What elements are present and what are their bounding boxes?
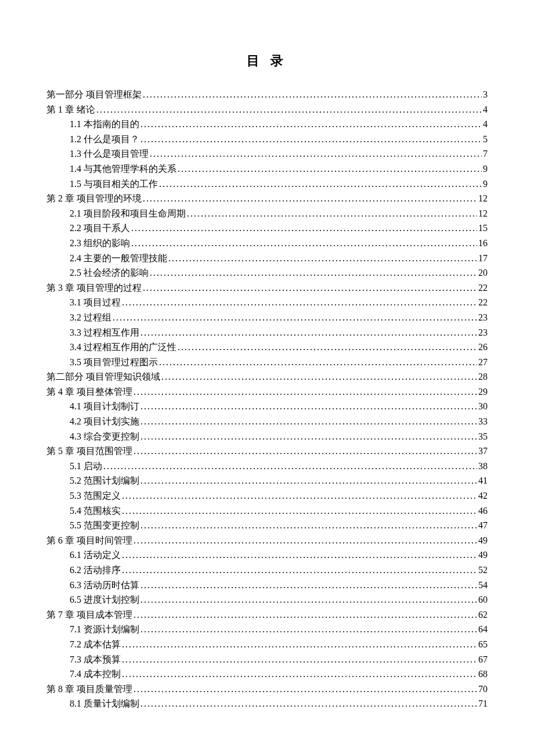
toc-leader-dots	[140, 578, 477, 593]
toc-leader-dots	[140, 429, 477, 444]
toc-entry: 第二部分 项目管理知识领域28	[46, 369, 488, 384]
toc-entry-label: 5.3 范围定义	[70, 488, 121, 503]
toc-entry-page: 49	[478, 548, 488, 563]
toc-entry-label: 5.4 范围核实	[70, 503, 121, 519]
toc-entry-label: 2.3 组织的影响	[70, 236, 130, 251]
toc-leader-dots	[178, 161, 482, 177]
toc-entry-label: 第二部分 项目管理知识领域	[46, 369, 160, 384]
toc-entry-page: 20	[478, 265, 488, 280]
toc-leader-dots	[168, 251, 477, 266]
toc-leader-dots	[161, 369, 477, 384]
toc-entry-page: 49	[478, 533, 488, 548]
toc-entry: 2.3 组织的影响16	[46, 236, 488, 251]
toc-leader-dots	[122, 295, 477, 310]
toc-entry-page: 67	[478, 652, 488, 667]
toc-entry: 第 3 章 项目管理的过程22	[46, 280, 488, 296]
toc-entry-page: 46	[478, 503, 488, 519]
toc-entry-page: 62	[478, 607, 488, 622]
toc-entry-page: 4	[483, 102, 488, 117]
toc-entry-page: 68	[478, 667, 488, 682]
toc-entry: 5.3 范围定义42	[46, 488, 488, 503]
toc-entry: 5.4 范围核实46	[46, 503, 488, 519]
toc-entry: 5.1 启动38	[46, 459, 488, 474]
toc-entry: 3.1 项目过程22	[46, 295, 488, 310]
toc-leader-dots	[140, 325, 477, 340]
toc-leader-dots	[159, 177, 482, 192]
toc-entry-page: 65	[478, 637, 488, 652]
toc-leader-dots	[122, 637, 477, 652]
toc-entry-label: 第 1 章 绪论	[46, 102, 95, 117]
toc-leader-dots	[140, 117, 482, 132]
toc-entry-label: 第一部分 项目管理框架	[46, 87, 142, 102]
toc-leader-dots	[131, 221, 477, 236]
toc-entry-label: 4.3 综合变更控制	[70, 429, 139, 444]
toc-leader-dots	[140, 622, 477, 637]
toc-entry-label: 1.1 本指南的目的	[70, 117, 139, 132]
toc-entry: 8.1 质量计划编制71	[46, 696, 488, 711]
toc-entry-label: 2.1 项目阶段和项目生命周期	[70, 206, 186, 221]
toc-leader-dots	[134, 607, 477, 622]
toc-entry-label: 7.1 资源计划编制	[70, 622, 139, 637]
toc-entry: 4.2 项目计划实施33	[46, 414, 488, 429]
toc-entry: 7.2 成本估算65	[46, 637, 488, 652]
toc-entry-label: 5.2 范围计划编制	[70, 473, 139, 488]
toc-entry: 3.4 过程相互作用的广泛性26	[46, 340, 488, 355]
toc-list: 第一部分 项目管理框架3第 1 章 绪论41.1 本指南的目的41.2 什么是项…	[46, 87, 488, 711]
toc-leader-dots	[140, 473, 477, 488]
toc-entry-label: 2.4 主要的一般管理技能	[70, 251, 167, 266]
toc-entry-label: 3.5 项目管理过程图示	[70, 355, 158, 370]
toc-leader-dots	[122, 652, 477, 667]
toc-entry-page: 22	[478, 295, 488, 310]
toc-entry-page: 3	[483, 87, 488, 102]
toc-entry-label: 1.3 什么是项目管理	[70, 146, 149, 161]
toc-leader-dots	[103, 459, 477, 474]
toc-entry-label: 第 4 章 项目整体管理	[46, 384, 132, 399]
toc-entry: 5.2 范围计划编制41	[46, 473, 488, 488]
toc-entry-label: 5.5 范围变更控制	[70, 518, 139, 533]
toc-entry: 3.5 项目管理过程图示27	[46, 355, 488, 370]
toc-leader-dots	[122, 503, 477, 519]
toc-entry-page: 28	[478, 369, 488, 384]
toc-leader-dots	[122, 563, 477, 578]
toc-entry: 1.5 与项目相关的工作9	[46, 177, 488, 192]
toc-entry-label: 第 3 章 项目管理的过程	[46, 280, 142, 296]
toc-entry: 2.5 社会经济的影响20	[46, 265, 488, 280]
toc-entry-page: 38	[478, 459, 488, 474]
toc-entry-page: 33	[478, 414, 488, 429]
toc-entry-page: 27	[478, 355, 488, 370]
toc-entry-page: 23	[478, 325, 488, 340]
toc-entry: 6.5 进度计划控制60	[46, 592, 488, 607]
toc-leader-dots	[122, 667, 477, 682]
toc-leader-dots	[96, 102, 482, 117]
toc-entry: 4.3 综合变更控制35	[46, 429, 488, 444]
toc-entry-page: 42	[478, 488, 488, 503]
toc-entry: 第 6 章 项目时间管理49	[46, 533, 488, 548]
toc-entry-label: 第 2 章 项目管理的环境	[46, 191, 142, 206]
toc-title: 目 录	[46, 52, 488, 70]
toc-entry: 7.1 资源计划编制64	[46, 622, 488, 637]
toc-leader-dots	[134, 444, 477, 459]
toc-entry-page: 47	[478, 518, 488, 533]
toc-entry-label: 7.4 成本控制	[70, 667, 121, 682]
toc-entry-page: 12	[478, 206, 488, 221]
toc-entry-label: 7.3 成本预算	[70, 652, 121, 667]
toc-entry: 1.2 什么是项目？5	[46, 132, 488, 147]
toc-entry-page: 16	[478, 236, 488, 251]
toc-leader-dots	[159, 355, 477, 370]
toc-entry-page: 15	[478, 221, 488, 236]
toc-leader-dots	[143, 87, 482, 102]
toc-entry-label: 1.4 与其他管理学科的关系	[70, 161, 176, 177]
toc-leader-dots	[150, 146, 482, 161]
toc-entry-page: 37	[478, 444, 488, 459]
toc-leader-dots	[140, 592, 477, 607]
toc-entry-page: 23	[478, 310, 488, 325]
toc-entry-label: 6.1 活动定义	[70, 548, 121, 563]
toc-entry-label: 3.4 过程相互作用的广泛性	[70, 340, 176, 355]
toc-leader-dots	[113, 310, 477, 325]
toc-entry: 第 8 章 项目质量管理70	[46, 682, 488, 697]
toc-entry-page: 52	[478, 563, 488, 578]
toc-entry-page: 12	[478, 191, 488, 206]
toc-entry: 第 1 章 绪论4	[46, 102, 488, 117]
toc-leader-dots	[140, 399, 477, 414]
toc-leader-dots	[122, 488, 477, 503]
